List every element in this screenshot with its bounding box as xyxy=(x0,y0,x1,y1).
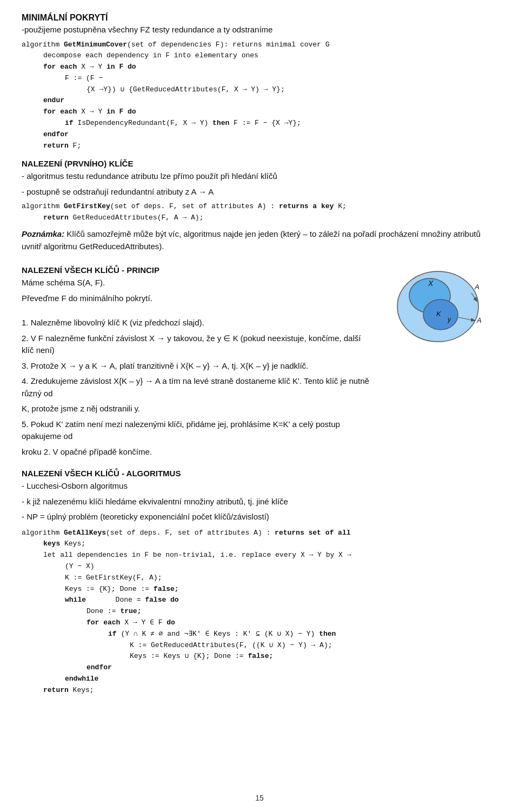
algo1-line5: endur xyxy=(43,95,497,107)
algo2-line1: algorithm GetFirstKey(set of deps. F, se… xyxy=(22,201,497,212)
poznamka-text: Klíčů samozřejmě může být víc, algoritmu… xyxy=(22,229,481,251)
section4-bullet3: - NP = úplný problém (teoreticky exponen… xyxy=(22,511,497,523)
algo1-sig: algorithm GetMinimumCover(set of depende… xyxy=(22,39,497,51)
algo3-line2: let all dependencies in F be non-trivial… xyxy=(43,550,497,561)
algo3-line0: algorithm GetAllKeys(set of deps. F, set… xyxy=(22,528,497,539)
poznamka-paragraph: Poznámka: Klíčů samozřejmě může být víc,… xyxy=(22,228,497,252)
algo1-line1: decompose each dependency in F into elem… xyxy=(43,50,497,62)
algo3-line7: Done := true; xyxy=(86,606,497,617)
section4-bullet1: - Lucchesi-Osborn algoritmus xyxy=(22,480,497,492)
step4b: K, protože jsme z něj odstranili y. xyxy=(22,403,373,415)
algo3-line14: return Keys; xyxy=(43,685,497,696)
algo2-block: algorithm GetFirstKey(set of deps. F, se… xyxy=(22,201,497,224)
step1: 1. Nalezněme libovolný klíč K (viz předc… xyxy=(22,317,373,329)
section4-title: NALEZENÍ VŠECH KLÍČŮ - ALGORITMUS xyxy=(22,469,497,478)
algo3-block: algorithm GetAllKeys(set of deps. F, set… xyxy=(22,528,497,696)
section3-text: NALEZENÍ VŠECH KLÍČŮ - PRINCIP Máme sché… xyxy=(22,258,373,461)
algo3-line13: endwhile xyxy=(65,674,497,685)
svg-text:X: X xyxy=(428,279,434,288)
section3-line2: Převeďme F do minimálního pokrytí. xyxy=(22,292,373,305)
section3-line1: Máme schéma S(A, F). xyxy=(22,277,373,289)
algo1-name: GetMinimumCover xyxy=(64,41,127,49)
step4: 4. Zredukujeme závislost X{K – y} → A a … xyxy=(22,375,373,400)
page-number: 15 xyxy=(255,794,264,802)
svg-text:y: y xyxy=(447,316,451,323)
algo1-line9: return F; xyxy=(43,141,497,152)
step5: 5. Pokud K' zatím není mezi nalezenými k… xyxy=(22,418,373,443)
algo1-line4: {X →Y}) ∪ {GetReducedAttributes(F, X → Y… xyxy=(86,84,497,96)
svg-text:A: A xyxy=(474,283,480,291)
algo3-line6: while Done = false do xyxy=(65,595,497,606)
algo3-line4: K := GetFirstKey(F, A); xyxy=(65,573,497,584)
algo3-line5: Keys := {K}; Done := false; xyxy=(65,584,497,595)
section2-bullet2: - postupně se odstraňují redundantní atr… xyxy=(22,186,497,198)
algo1-line7: if IsDependencyRedundant(F, X → Y) then … xyxy=(65,118,497,129)
section4-bullet2: - k již nalezenému klíči hledáme ekvival… xyxy=(22,496,497,508)
step5b: kroku 2. V opačné případě končíme. xyxy=(22,446,373,458)
svg-text:A: A xyxy=(476,316,482,324)
page-title: MINIMÁLNÍ POKRYTÍ xyxy=(22,13,497,23)
poznamka-label: Poznámka: xyxy=(22,229,64,238)
algo1-line3: F := (F − xyxy=(65,73,497,84)
section2-bullet1: - algoritmus testu redundance atributu l… xyxy=(22,170,497,183)
algo3-line3: (Y − X) xyxy=(65,561,497,573)
algo1-block: algorithm GetMinimumCover(set of depende… xyxy=(22,39,497,152)
page-subtitle: -použijeme postupněna všechny FZ testy r… xyxy=(22,24,497,36)
algo3-line1: keys Keys; xyxy=(43,538,497,550)
section3-title: NALEZENÍ VŠECH KLÍČŮ - PRINCIP xyxy=(22,265,373,275)
section2-title: NALEZENÍ (PRVNÍHO) KLÍČE xyxy=(22,159,497,168)
algo3-line8: for each X → Y ∈ F do xyxy=(86,617,497,629)
algo3-line10: K := GetReducedAttributes(F, ((K ∪ X) − … xyxy=(130,640,497,651)
page-content: MINIMÁLNÍ POKRYTÍ -použijeme postupněna … xyxy=(0,0,519,732)
section3-area: NALEZENÍ VŠECH KLÍČŮ - PRINCIP Máme sché… xyxy=(22,258,497,461)
algo3-line9: if (Y ∩ K ≠ ∅ and ¬∃K′ ∈ Keys : K′ ⊆ (K … xyxy=(108,629,497,640)
step2: 2. V F nalezněme funkční závislost X → y… xyxy=(22,332,373,357)
algo3-line12: endfor xyxy=(86,662,497,674)
algo1-line8: endfor xyxy=(43,129,497,141)
algo2-line2: return GetReducedAttributes(F, A → A); xyxy=(43,212,497,224)
algo3-line11: Keys := Keys ∪ {K}; Done := false; xyxy=(130,651,497,662)
svg-text:K: K xyxy=(436,310,442,318)
keys-diagram: X K y A A xyxy=(389,252,497,351)
algo1-line2: for each X → Y in F do xyxy=(43,62,497,73)
step3: 3. Protože X → y a K → A, platí tranziti… xyxy=(22,360,373,372)
algo1-line6: for each X → Y in F do xyxy=(43,107,497,118)
